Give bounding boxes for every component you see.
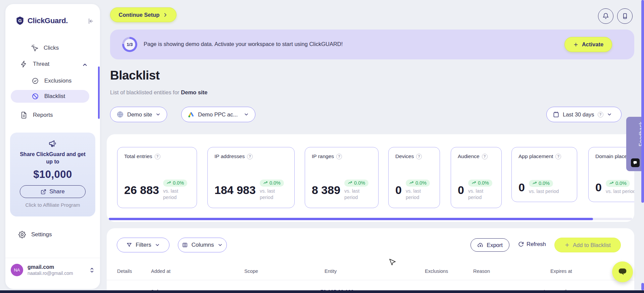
- stat-vs-label: vs. last period: [406, 188, 429, 201]
- gear-icon: [18, 231, 26, 238]
- stat-vs-label: vs. last period: [344, 188, 368, 201]
- site-selector-value: Demo site: [127, 111, 152, 118]
- share-button-label: Share: [49, 188, 64, 195]
- date-range-value: Last 30 days: [563, 111, 594, 118]
- brand-logo: G ClickGuard.: [15, 16, 68, 25]
- column-header-expires-at[interactable]: Expires at: [550, 268, 572, 274]
- help-icon[interactable]: ?: [336, 154, 342, 159]
- help-icon[interactable]: ?: [555, 154, 561, 159]
- globe-icon: [116, 111, 124, 118]
- continue-setup-label: Continue Setup: [119, 12, 160, 18]
- share-button[interactable]: Share: [20, 185, 86, 198]
- continue-setup-button[interactable]: Continue Setup: [110, 7, 177, 22]
- chevron-down-icon: [217, 242, 223, 248]
- stat-card-ip-ranges: IP ranges? 8 389 0.0% vs. last period: [305, 147, 379, 208]
- promo-amount: $10,000: [10, 168, 95, 181]
- avatar: NA: [11, 264, 23, 276]
- chat-widget-button[interactable]: [612, 261, 633, 282]
- account-name: gmail.com: [28, 264, 89, 270]
- stat-label: Total entries: [124, 153, 152, 159]
- columns-label: Columns: [191, 242, 214, 248]
- stat-card-devices: Devices? 0 0.0% vs. last period: [388, 147, 440, 208]
- ppc-account-selector[interactable]: Demo PPC ac...: [181, 107, 255, 122]
- add-to-blacklist-button[interactable]: Add to Blacklist: [554, 238, 621, 252]
- stat-value: 184 983: [214, 184, 256, 197]
- stat-vs-label: vs. last period: [260, 188, 283, 201]
- columns-button[interactable]: Columns: [178, 238, 227, 252]
- chevron-down-icon: [155, 112, 161, 117]
- stats-scrollbar-thumb[interactable]: [109, 218, 593, 220]
- filters-label: Filters: [136, 242, 151, 248]
- refresh-icon: [518, 241, 524, 247]
- column-header-scope[interactable]: Scope: [244, 268, 258, 274]
- plus-icon: [573, 42, 579, 47]
- chevron-up-down-icon: [89, 267, 95, 274]
- column-header-details[interactable]: Details: [117, 268, 132, 274]
- trend-up-icon: [472, 181, 476, 185]
- demo-data-banner: 1/3 Page is showing demo data. Activate …: [110, 30, 634, 59]
- column-header-reason[interactable]: Reason: [473, 268, 490, 274]
- stats-panel: Total entries? 26 883 0.0% vs. last peri…: [107, 134, 634, 222]
- stat-delta: 0.0%: [269, 180, 281, 186]
- sidebar-item-reports[interactable]: Reports: [20, 111, 53, 119]
- page-scrollbar-thumb[interactable]: [641, 0, 644, 203]
- stat-vs-label: vs. last period: [606, 188, 634, 195]
- plus-icon: [564, 242, 570, 248]
- export-button[interactable]: Export: [470, 238, 509, 252]
- chevron-down-icon: [607, 112, 612, 117]
- help-icon[interactable]: ?: [416, 154, 422, 159]
- page-title: Blacklist: [110, 68, 160, 83]
- affiliate-promo-card[interactable]: Share ClickGuard and get up to $10,000 S…: [10, 133, 95, 216]
- trend-up-icon: [348, 181, 352, 185]
- help-icon[interactable]: ?: [598, 112, 603, 117]
- no-entry-icon: [32, 93, 39, 100]
- setup-progress-value: 1/3: [124, 39, 135, 50]
- page-scrollbar-segment[interactable]: [641, 283, 644, 290]
- sidebar-collapse-icon[interactable]: [87, 17, 94, 25]
- notifications-button[interactable]: [598, 8, 613, 24]
- trend-up-icon: [532, 181, 537, 186]
- account-switcher[interactable]: NA gmail.com naatali.ro@gmail.com: [11, 264, 95, 276]
- sidebar-item-exclusions[interactable]: Exclusions: [32, 77, 71, 85]
- stat-value: 26 883: [124, 184, 159, 197]
- site-selector[interactable]: Demo site: [110, 107, 167, 122]
- sidebar-scrollbar[interactable]: [98, 66, 100, 119]
- filters-button[interactable]: Filters: [117, 238, 169, 252]
- chevron-up-icon[interactable]: [82, 62, 88, 68]
- activate-button[interactable]: Activate: [564, 37, 612, 52]
- feedback-chat-icon: [631, 158, 640, 167]
- brand-name: ClickGuard.: [28, 16, 68, 25]
- promo-text: Share ClickGuard and get up to: [10, 151, 95, 165]
- clicks-icon: [31, 44, 38, 52]
- stat-delta: 0.0%: [615, 181, 627, 186]
- trend-up-icon: [263, 181, 268, 185]
- sidebar-item-label: Blacklist: [44, 93, 65, 100]
- shield-logo-icon: G: [15, 16, 24, 25]
- docs-button[interactable]: [617, 8, 633, 24]
- help-icon[interactable]: ?: [247, 154, 253, 159]
- sidebar-item-threat[interactable]: Threat: [20, 60, 49, 68]
- help-icon[interactable]: ?: [155, 154, 160, 159]
- refresh-button[interactable]: Refresh: [518, 241, 546, 247]
- svg-text:G: G: [18, 18, 22, 23]
- subtitle-text: List of blacklisted entities for: [110, 89, 179, 95]
- trend-up-icon: [409, 181, 414, 185]
- blacklist-table-panel: Filters Columns Export Refresh Add to Bl…: [107, 228, 634, 293]
- sidebar-item-clicks[interactable]: Clicks: [31, 44, 59, 52]
- stat-value: 0: [395, 184, 402, 197]
- sidebar-item-settings[interactable]: Settings: [18, 231, 52, 238]
- sidebar-item-label: Clicks: [44, 45, 59, 51]
- stat-card-ip-addresses: IP addresses? 184 983 0.0% vs. last peri…: [207, 147, 295, 208]
- column-header-entity[interactable]: Entity: [325, 268, 337, 274]
- date-range-selector[interactable]: Last 30 days ?: [546, 107, 622, 122]
- sidebar-item-blacklist[interactable]: Blacklist: [11, 90, 89, 103]
- columns-icon: [182, 242, 188, 248]
- help-icon[interactable]: ?: [482, 154, 488, 159]
- document-icon: [20, 111, 28, 119]
- sidebar-item-label: Reports: [33, 112, 53, 118]
- ppc-account-value: Demo PPC ac...: [198, 111, 238, 118]
- column-header-added-at[interactable]: Added at: [151, 268, 170, 274]
- stat-card-total-entries: Total entries? 26 883 0.0% vs. last peri…: [117, 147, 197, 208]
- funnel-icon: [126, 242, 132, 248]
- column-header-exclusions[interactable]: Exclusions: [425, 268, 448, 274]
